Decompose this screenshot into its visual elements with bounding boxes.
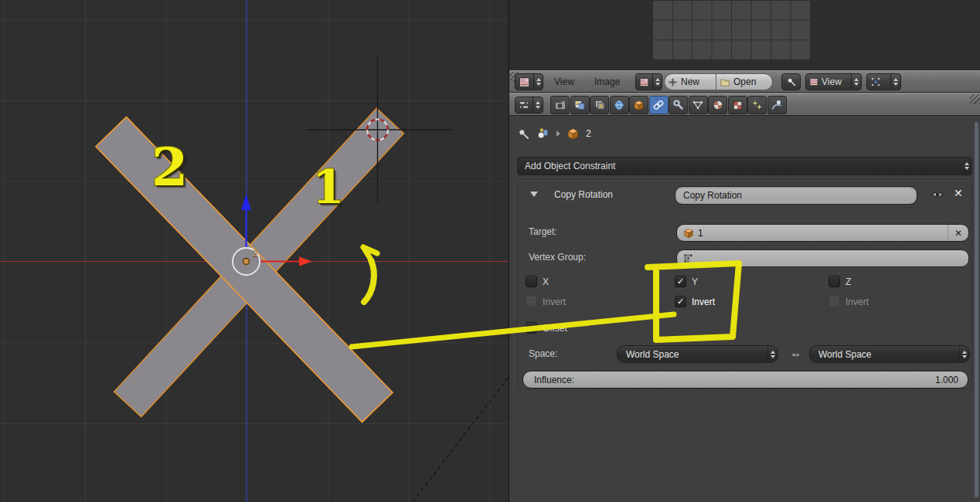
- folder-icon: [716, 76, 733, 87]
- layers-icon: [594, 99, 606, 111]
- add-constraint-steppers[interactable]: [962, 158, 971, 175]
- plus-icon: [665, 77, 681, 87]
- owner-space-steppers[interactable]: [767, 346, 778, 362]
- constraint-type-label: Copy Rotation: [554, 189, 613, 200]
- eye-visibility-icon[interactable]: [931, 189, 944, 200]
- target-object-field[interactable]: 1 ✕: [676, 224, 969, 242]
- image-editor-header: View Image New Open: [509, 70, 980, 93]
- target-space-steppers[interactable]: [959, 346, 969, 362]
- panel-scrollbar[interactable]: [975, 122, 978, 497]
- world-icon: [613, 99, 625, 111]
- checkbox-y[interactable]: ✓: [675, 276, 686, 287]
- vertex-group-icon: [677, 253, 697, 263]
- add-object-constraint-button[interactable]: Add Object Constraint: [517, 157, 972, 175]
- divider: [519, 208, 971, 209]
- editor-steppers[interactable]: [533, 97, 543, 113]
- space-label: Space:: [529, 348, 557, 359]
- render-result-icon: [867, 76, 884, 87]
- checkbox-invert-y-label: Invert: [692, 297, 715, 307]
- space-swap-arrow: ⇔: [790, 347, 801, 360]
- right-editors-column: View Image New Open: [509, 0, 980, 502]
- target-object-name: 1: [698, 228, 703, 239]
- owner-space-dropdown[interactable]: World Space: [617, 345, 778, 363]
- influence-label: Influence:: [523, 375, 574, 385]
- checkbox-z-label: Z: [846, 276, 851, 287]
- checkbox-x[interactable]: [526, 276, 537, 287]
- tab-texture[interactable]: [728, 96, 747, 114]
- pin-icon[interactable]: [517, 127, 530, 141]
- checkbox-z[interactable]: [829, 276, 840, 287]
- display-channels-button[interactable]: [866, 73, 901, 90]
- target-space-dropdown[interactable]: World Space: [809, 345, 970, 363]
- blender-window: 2 2 1 View Image: [0, 0, 980, 502]
- checkbox-offset-label: Offset: [543, 323, 567, 334]
- tab-world[interactable]: [610, 96, 629, 114]
- influence-slider[interactable]: Influence: 1.000: [522, 371, 968, 388]
- cube-icon: [567, 127, 580, 141]
- tab-scene[interactable]: [570, 96, 590, 114]
- menu-view[interactable]: View: [554, 76, 574, 87]
- image-datablock-selector[interactable]: [635, 73, 662, 90]
- copy-rotation-constraint-box: Copy Rotation ✕ Target: 1 ✕ Vertex Group…: [517, 179, 972, 389]
- breadcrumb-separator-icon: [556, 131, 560, 137]
- view-mode-dropdown[interactable]: View: [805, 73, 862, 90]
- tab-object-data[interactable]: [689, 96, 708, 114]
- editor-steppers[interactable]: [533, 74, 543, 90]
- object-origin-dot: [243, 259, 250, 265]
- vertex-group-field[interactable]: [676, 249, 969, 267]
- tab-render[interactable]: [550, 96, 570, 114]
- display-steppers[interactable]: [890, 74, 900, 90]
- datablock-steppers[interactable]: [652, 74, 662, 90]
- z-axis-arrow[interactable]: [241, 194, 251, 210]
- menu-image[interactable]: Image: [594, 76, 620, 87]
- annotation-number-2: 2: [151, 141, 188, 193]
- material-sphere-icon: [712, 99, 724, 111]
- tab-material[interactable]: [708, 96, 727, 114]
- view-mode-steppers[interactable]: [851, 74, 861, 90]
- checkbox-offset[interactable]: [526, 322, 537, 334]
- tab-modifiers[interactable]: [669, 96, 688, 114]
- tab-physics[interactable]: [767, 96, 787, 114]
- new-image-button[interactable]: New: [664, 73, 716, 90]
- cube-icon: [633, 100, 645, 111]
- checkbox-y-label: Y: [692, 276, 698, 287]
- expand-collapse-icon[interactable]: [530, 192, 538, 197]
- pin-image-button[interactable]: [781, 73, 801, 90]
- camera-icon: [554, 99, 567, 111]
- texture-checker-icon: [732, 100, 744, 111]
- clear-target-icon[interactable]: ✕: [948, 225, 968, 241]
- influence-value: 1.000: [935, 375, 968, 385]
- image-editor-icon: [516, 76, 533, 88]
- mesh-data-icon: [692, 99, 704, 111]
- 3d-viewport[interactable]: 2 2 1: [0, 0, 509, 502]
- delete-constraint-icon[interactable]: ✕: [954, 187, 963, 199]
- cube-icon: [677, 228, 698, 239]
- checkbox-invert-x-label: Invert: [543, 297, 566, 307]
- constraint-name-input[interactable]: [675, 186, 917, 205]
- origin-object-name-label: 2: [253, 248, 258, 259]
- uv-grid: [652, 0, 810, 59]
- editor-type-selector-image[interactable]: [515, 73, 543, 90]
- image-datablock-icon: [636, 77, 652, 87]
- checkbox-invert-z-label: Invert: [846, 297, 869, 307]
- area-corner-widget[interactable]: [970, 94, 980, 104]
- x-axis-arrow[interactable]: [299, 257, 312, 266]
- open-image-button[interactable]: Open: [716, 73, 773, 90]
- physics-icon: [771, 99, 783, 111]
- checkbox-invert-y[interactable]: ✓: [675, 296, 686, 307]
- checkbox-invert-z[interactable]: [829, 296, 840, 307]
- particles-icon: [751, 99, 764, 111]
- vertex-group-label: Vertex Group:: [529, 252, 586, 263]
- annotation-number-1: 1: [312, 164, 345, 210]
- scene-icon[interactable]: [536, 127, 550, 141]
- scene-icon: [573, 99, 586, 111]
- tab-object[interactable]: [629, 96, 648, 114]
- breadcrumb-object-name[interactable]: 2: [586, 128, 591, 139]
- tab-constraints[interactable]: [649, 96, 669, 114]
- editor-type-selector-properties[interactable]: [515, 97, 543, 114]
- tab-particles[interactable]: [747, 96, 767, 114]
- uv-image-editor-canvas[interactable]: [509, 0, 980, 70]
- chain-link-icon: [652, 99, 665, 111]
- tab-render-layers[interactable]: [590, 96, 609, 114]
- checkbox-invert-x[interactable]: [526, 296, 537, 307]
